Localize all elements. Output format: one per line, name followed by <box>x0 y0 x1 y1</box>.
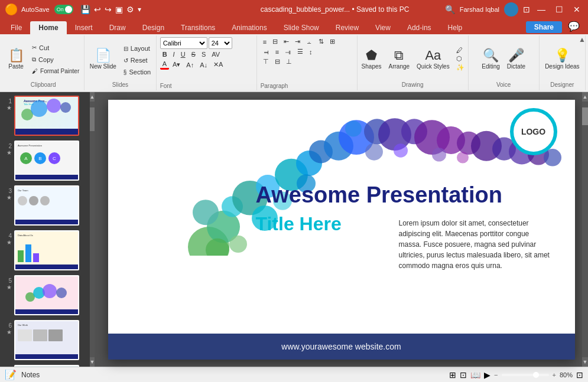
smart-art-button[interactable]: ⊞ <box>327 37 337 46</box>
present-icon[interactable]: ▣ <box>115 5 123 14</box>
minimize-button[interactable]: — <box>535 3 548 16</box>
dropdown-icon[interactable]: ▾ <box>138 5 141 14</box>
save-icon[interactable]: 💾 <box>80 5 90 14</box>
filename-label: cascading_bubbles_power... • Saved to th… <box>261 5 410 14</box>
paste-button[interactable]: 📋 Paste <box>4 47 28 71</box>
new-slide-button[interactable]: 📄 New Slide <box>87 47 119 71</box>
scroll-down-button[interactable]: ▼ <box>90 357 95 367</box>
fit-slide-icon[interactable]: ⊡ <box>576 370 583 380</box>
tab-view[interactable]: View <box>367 21 399 34</box>
comment-icon[interactable]: 💬 <box>562 18 586 34</box>
design-ideas-icon: 💡 <box>554 49 570 62</box>
italic-button[interactable]: I <box>171 50 177 58</box>
numbering-button[interactable]: ⊟ <box>270 37 280 46</box>
autosave-toggle[interactable]: On <box>54 5 73 14</box>
font-size-increase-button[interactable]: A↑ <box>184 61 196 69</box>
align-bottom-button[interactable]: ⊥ <box>284 57 294 66</box>
reading-view-icon[interactable]: 📖 <box>470 370 480 380</box>
close-button[interactable]: ✕ <box>570 3 583 16</box>
reset-button[interactable]: ↺ Reset <box>121 55 154 66</box>
align-left-button[interactable]: ⫤ <box>261 48 272 56</box>
font-color-button[interactable]: A <box>160 60 169 70</box>
canvas-scrollbar-thumb[interactable] <box>582 107 588 125</box>
shadow-button[interactable]: S <box>199 50 208 58</box>
bullets-button[interactable]: ≡ <box>261 38 269 46</box>
justify-button[interactable]: ☰ <box>295 47 306 56</box>
shape-fill-button[interactable]: 🖊 <box>454 46 467 54</box>
search-icon[interactable]: 🔍 <box>445 5 455 14</box>
bold-button[interactable]: B <box>160 50 170 58</box>
columns-button[interactable]: ⫠ <box>304 38 315 46</box>
cut-button[interactable]: ✂ Cut <box>29 43 82 53</box>
tab-review[interactable]: Review <box>327 21 367 34</box>
char-spacing-button[interactable]: AV <box>209 50 222 58</box>
font-size-decrease-button[interactable]: A↓ <box>197 61 210 69</box>
notes-label[interactable]: Notes <box>21 371 40 379</box>
tab-addins[interactable]: Add-ins <box>399 21 440 34</box>
decrease-indent-button[interactable]: ⇤ <box>281 37 291 46</box>
ribbon-collapse-button[interactable]: ▲ <box>579 35 586 44</box>
tab-design[interactable]: Design <box>134 21 173 34</box>
align-top-button[interactable]: ⊤ <box>261 57 271 66</box>
highlight-button[interactable]: A▾ <box>170 60 183 69</box>
design-ideas-button[interactable]: 💡 Design Ideas <box>542 47 582 71</box>
scroll-up-button[interactable]: ▲ <box>90 92 95 102</box>
slide-thumb-1[interactable]: 1 ★ Awesome Pres... Title Here <box>2 94 87 137</box>
user-avatar[interactable] <box>504 2 518 17</box>
presenter-view-icon[interactable]: ▶ <box>484 370 490 380</box>
underline-button[interactable]: U <box>178 50 188 58</box>
font-size-select[interactable]: 24 <box>209 37 232 49</box>
zoom-slider[interactable] <box>502 374 549 376</box>
arrange-button[interactable]: ⧉ Arrange <box>386 47 413 71</box>
redo-icon[interactable]: ↪ <box>105 5 112 14</box>
align-middle-button[interactable]: ⊟ <box>272 57 282 66</box>
zoom-level[interactable]: 80% <box>560 371 573 378</box>
increase-indent-button[interactable]: ⇥ <box>293 37 303 46</box>
tab-home[interactable]: Home <box>30 21 66 34</box>
align-right-button[interactable]: ⫣ <box>282 48 294 56</box>
reset-icon: ↺ <box>124 57 128 64</box>
slide-thumb-7[interactable]: 7 ★ Timeline <box>2 364 87 367</box>
slide-thumb-6[interactable]: 6 ★ Our Work <box>2 319 87 361</box>
shape-outline-button[interactable]: ⬡ <box>454 54 467 63</box>
scrollbar-thumb[interactable] <box>90 107 95 131</box>
align-center-button[interactable]: ≡ <box>273 48 281 56</box>
tab-help[interactable]: Help <box>440 21 471 34</box>
slide-sorter-icon[interactable]: ⊡ <box>460 370 467 380</box>
canvas-scroll-up[interactable]: ▲ <box>582 92 588 102</box>
slide-thumb-4[interactable]: 4 ★ Data About Us <box>2 229 87 272</box>
shape-effects-button[interactable]: ✨ <box>454 63 467 72</box>
font-family-select[interactable]: Calibri <box>160 37 207 49</box>
tab-insert[interactable]: Insert <box>67 21 101 34</box>
tab-transitions[interactable]: Transitions <box>173 21 223 34</box>
canvas-scroll-down[interactable]: ▼ <box>582 357 588 367</box>
customize-icon[interactable]: ⚙ <box>126 5 134 14</box>
undo-icon[interactable]: ↩ <box>94 5 101 14</box>
slide-thumb-5[interactable]: 5 ★ <box>2 274 87 316</box>
zoom-plus[interactable]: + <box>553 371 556 378</box>
format-painter-button[interactable]: 🖌 Format Painter <box>29 66 82 76</box>
tab-animations[interactable]: Animations <box>223 21 275 34</box>
slide-thumb-3[interactable]: 3 ★ Our Team <box>2 184 87 227</box>
zoom-minus[interactable]: − <box>494 371 498 378</box>
maximize-button[interactable]: ☐ <box>553 3 566 16</box>
copy-button[interactable]: ⧉ Copy <box>29 54 82 65</box>
shapes-button[interactable]: ⬟ Shapes <box>359 47 385 71</box>
layout-button[interactable]: ⊟ Layout <box>121 43 154 54</box>
tab-file[interactable]: File <box>2 21 30 34</box>
line-spacing-button[interactable]: ↕ <box>307 48 315 56</box>
quick-styles-button[interactable]: Aa Quick Styles <box>414 47 453 71</box>
tab-draw[interactable]: Draw <box>101 21 134 34</box>
editing-button[interactable]: 🔍 Editing <box>479 47 503 71</box>
tab-slideshow[interactable]: Slide Show <box>275 21 327 34</box>
clear-format-button[interactable]: ✕A <box>211 60 225 69</box>
normal-view-icon[interactable]: ⊞ <box>449 370 456 380</box>
share-button[interactable]: Share <box>526 21 562 33</box>
designer-label: Designer <box>550 80 574 88</box>
section-button[interactable]: § Section <box>121 67 154 77</box>
text-direction-button[interactable]: ⇅ <box>316 37 326 46</box>
ribbon-display-icon[interactable]: ⊡ <box>523 5 530 14</box>
strikethrough-button[interactable]: S <box>189 50 198 58</box>
dictate-button[interactable]: 🎤 Dictate <box>504 47 528 71</box>
slide-thumb-2[interactable]: 2 ★ Awesome Presentation A B C <box>2 139 87 182</box>
